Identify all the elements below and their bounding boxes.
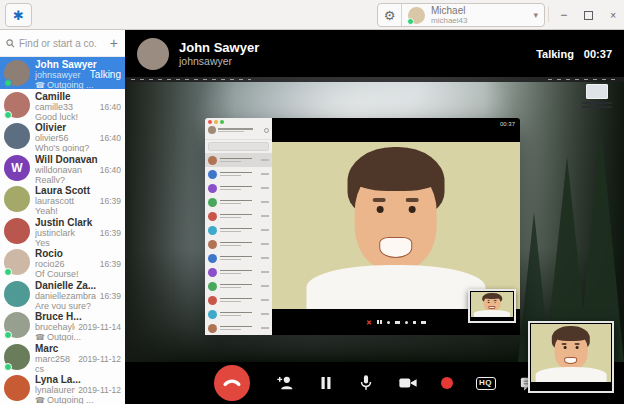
- contact-message: Good luck!: [35, 112, 78, 121]
- chat-icon: [421, 321, 426, 324]
- contact-username: johnsawyer: [35, 70, 87, 80]
- search-icon: [6, 39, 15, 48]
- mic-icon: [387, 321, 390, 324]
- shared-user-avatar: [208, 126, 216, 134]
- hq-button[interactable]: HQ: [476, 377, 496, 390]
- add-person-icon: [413, 321, 416, 324]
- contact-message: Yes: [35, 238, 50, 247]
- contact-row-rocio[interactable]: Rocio rocio2616:39 Of Course!: [0, 246, 125, 278]
- traffic-light-buttons: [208, 120, 269, 124]
- contact-username: rocio26: [35, 259, 97, 269]
- shared-self-view: [468, 289, 516, 323]
- hangup-button[interactable]: [214, 365, 250, 401]
- contact-avatar: [4, 344, 30, 370]
- contact-row-justin-clark[interactable]: Justin Clark justinclark16:39 Yes: [0, 215, 125, 247]
- record-icon: [441, 377, 453, 389]
- remote-person: [307, 147, 486, 309]
- contact-row-danielle-zambra[interactable]: Danielle Za... daniellezambra16:39 Are y…: [0, 278, 125, 310]
- gear-icon: ⚙: [384, 8, 396, 23]
- mute-button[interactable]: [357, 374, 375, 392]
- avatar-initial: W: [11, 161, 22, 175]
- user-avatar: [408, 7, 425, 24]
- contact-row-bruce-hayler[interactable]: Bruce H... brucehayler2019-11-14 ☎Outgoi…: [0, 309, 125, 341]
- camera-button[interactable]: [398, 375, 418, 391]
- hangup-icon: ✕: [366, 319, 372, 326]
- online-dot: [4, 268, 12, 276]
- contact-meta: 16:39: [100, 259, 121, 269]
- pause-icon: [318, 375, 334, 391]
- shared-desktop-icon: [586, 84, 608, 99]
- contact-name: Lyna La...: [35, 374, 121, 385]
- online-dot: [4, 331, 12, 339]
- contact-avatar: [4, 312, 30, 338]
- account-username: michael43: [431, 16, 467, 25]
- contact-row-camille[interactable]: Camille camille3316:40 Good luck!: [0, 89, 125, 121]
- contact-row-marc[interactable]: Marc marc2582019-11-12 cs: [0, 341, 125, 373]
- header-divider: [548, 7, 549, 22]
- maximize-button[interactable]: [584, 11, 593, 20]
- contact-meta: 2019-11-12: [78, 385, 121, 395]
- app-menu-button[interactable]: ✱: [5, 3, 32, 27]
- contact-name: Justin Clark: [35, 217, 121, 228]
- add-person-button[interactable]: [275, 373, 295, 393]
- contact-message: Of Course!: [35, 269, 79, 278]
- shared-remote-video: [272, 142, 520, 309]
- contact-avatar: W: [4, 155, 30, 181]
- peer-avatar: [137, 38, 169, 70]
- shared-call-view: 00:37 ✕: [272, 118, 520, 335]
- contact-row-john-sawyer[interactable]: John Sawyer johnsawyerTalking ☎Outgoing …: [0, 57, 125, 89]
- contact-username: laurascott: [35, 196, 97, 206]
- contact-name: Will Donavan: [35, 154, 121, 165]
- contact-username: olivier56: [35, 133, 97, 143]
- contact-row-olivier[interactable]: Olivier olivier5616:40 Who's going?: [0, 120, 125, 152]
- contact-meta: 16:39: [100, 228, 121, 238]
- contact-message: Outgoing ...: [47, 80, 94, 89]
- contact-avatar: [4, 186, 30, 212]
- contact-username: brucehayler: [35, 322, 75, 332]
- record-button[interactable]: [441, 377, 453, 389]
- screen-share-video: 00:37 ✕: [125, 77, 624, 362]
- contact-row-will-donavan[interactable]: W Will Donavan willdonavan16:40 Really?: [0, 152, 125, 184]
- contact-message: Really?: [35, 175, 65, 184]
- contact-name: Camille: [35, 91, 121, 102]
- phone-icon: ☎: [35, 81, 45, 89]
- camera-icon: [398, 375, 418, 391]
- phone-icon: ☎: [35, 396, 45, 404]
- close-button[interactable]: ×: [610, 10, 616, 21]
- contact-username: marc258: [35, 354, 75, 364]
- contact-name: Olivier: [35, 122, 121, 133]
- account-menu-button[interactable]: Michael michael43 ▾: [402, 4, 544, 26]
- contact-username: willdonavan: [35, 165, 97, 175]
- pause-button[interactable]: [318, 375, 334, 391]
- hangup-icon: [221, 372, 243, 394]
- contact-message: cs: [35, 364, 44, 373]
- contact-username: justinclark: [35, 228, 97, 238]
- contact-meta: 16:40: [100, 133, 121, 143]
- contact-username: daniellezambra: [35, 291, 97, 301]
- search-input[interactable]: [19, 38, 97, 49]
- contact-meta: 16:39: [100, 291, 121, 301]
- contact-username: lynalaurens: [35, 385, 75, 395]
- contact-name: Marc: [35, 343, 121, 354]
- peer-name: John Sawyer: [179, 40, 259, 55]
- contact-row-lyna-laurens[interactable]: Lyna La... lynalaurens2019-11-12 ☎Outgoi…: [0, 372, 125, 404]
- call-status: Talking: [536, 48, 574, 60]
- contact-list: John Sawyer johnsawyerTalking ☎Outgoing …: [0, 57, 125, 404]
- contact-avatar: [4, 123, 30, 149]
- account-name: Michael: [431, 5, 467, 16]
- contact-meta: 16:40: [100, 102, 121, 112]
- contact-name: Bruce H...: [35, 311, 121, 322]
- contact-meta: Talking: [90, 70, 121, 80]
- contact-message: Yeah!: [35, 206, 58, 215]
- pause-icon: [377, 320, 379, 324]
- shared-app-window: 00:37 ✕: [205, 118, 520, 335]
- contact-message: Are you sure?: [35, 301, 91, 310]
- contact-row-laura-scott[interactable]: Laura Scott laurascott16:39 Yeah!: [0, 183, 125, 215]
- add-contact-button[interactable]: +: [110, 37, 118, 49]
- settings-button[interactable]: ⚙: [378, 4, 402, 26]
- add-person-icon: [275, 373, 295, 393]
- call-timer: 00:37: [584, 48, 612, 60]
- record-icon: [405, 321, 408, 324]
- minimize-button[interactable]: −: [560, 10, 567, 20]
- mic-icon: [357, 374, 375, 392]
